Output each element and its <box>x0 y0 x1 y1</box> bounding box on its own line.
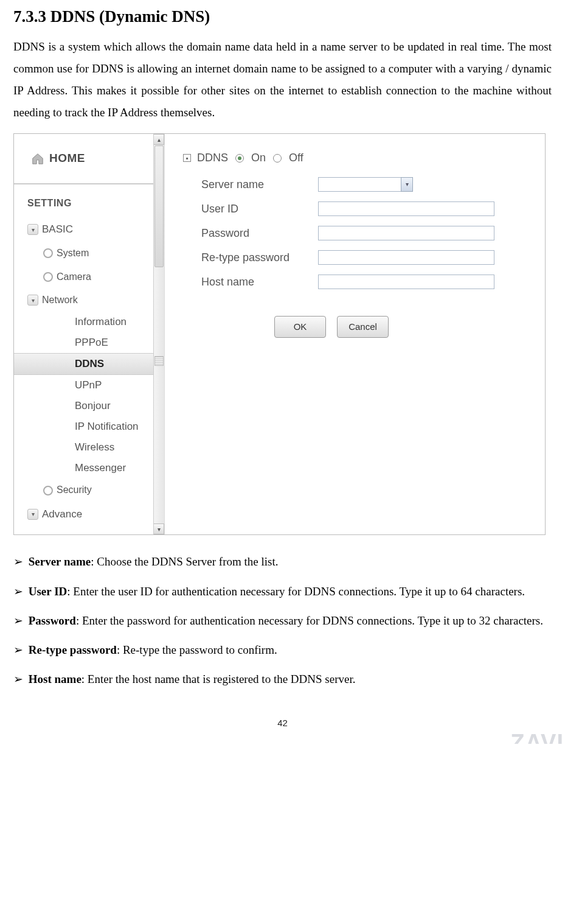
desc-term: User ID <box>29 585 68 598</box>
label-server-name: Server name <box>201 174 311 195</box>
page-number: 42 <box>13 715 552 732</box>
node-icon <box>43 248 53 258</box>
panel-title: DDNS <box>197 147 228 168</box>
nav-sub-bonjour[interactable]: Bonjour <box>14 396 153 416</box>
desc-body: : Enter the user ID for authentication n… <box>67 585 525 598</box>
setting-header: SETTING <box>14 184 164 217</box>
sidebar-scrollbar[interactable]: ▴ ▾ <box>153 134 164 534</box>
intro-paragraph: DDNS is a system which allows the domain… <box>13 36 552 124</box>
embedded-screenshot: HOME SETTING ▾ BASIC System Camera ▾ Net… <box>13 133 546 535</box>
cancel-button[interactable]: Cancel <box>337 316 389 338</box>
desc-server-name: ➢ Server name: Choose the DDNS Server fr… <box>13 551 552 573</box>
desc-term: Re-type password <box>29 643 117 656</box>
section-heading: 7.3.3 DDNS (Dynamic DNS) <box>13 6 552 27</box>
desc-user-id: ➢ User ID: Enter the user ID for authent… <box>13 581 552 603</box>
nav-sub-upnp[interactable]: UPnP <box>14 375 153 396</box>
desc-term: Host name <box>29 673 81 685</box>
nav-label: Security <box>57 481 92 499</box>
bullet-icon: ➢ <box>13 673 23 685</box>
row-retype-password: Re-type password <box>201 249 539 266</box>
nav-label: System <box>57 244 89 262</box>
desc-password: ➢ Password: Enter the password for authe… <box>13 610 552 632</box>
nav-label: Network <box>42 291 78 309</box>
chevron-down-icon[interactable]: ▾ <box>401 177 413 192</box>
scroll-grip-icon <box>154 356 164 366</box>
radio-off-label: Off <box>289 147 303 168</box>
server-name-select[interactable]: ▾ <box>318 177 413 192</box>
scroll-down-icon[interactable]: ▾ <box>154 523 164 534</box>
nav-sub-messenger[interactable]: Messenger <box>14 458 153 478</box>
nav-security[interactable]: Security <box>14 478 153 502</box>
bullet-icon: ➢ <box>13 643 23 656</box>
form-rows: Server name ▾ User ID Password Re-type p… <box>183 176 539 290</box>
desc-body: : Enter the password for authentication … <box>76 614 543 627</box>
desc-body: : Enter the host name that is registered… <box>81 673 356 685</box>
nav-label: Camera <box>57 268 91 286</box>
server-name-input[interactable] <box>318 177 401 192</box>
nav-camera[interactable]: Camera <box>14 265 153 289</box>
nav-basic[interactable]: ▾ BASIC <box>14 217 153 242</box>
content-pane: ▪ DDNS On Off Server name ▾ User ID Pass… <box>165 134 545 534</box>
nav-sub-pppoe[interactable]: PPPoE <box>14 332 153 353</box>
nav-sub-information[interactable]: Information <box>14 312 153 332</box>
nav-list: ▾ BASIC System Camera ▾ Network Informat… <box>14 217 153 527</box>
collapse-icon[interactable]: ▪ <box>183 154 191 162</box>
desc-host-name: ➢ Host name: Enter the host name that is… <box>13 668 552 690</box>
bullet-icon: ➢ <box>13 555 23 568</box>
row-password: Password <box>201 225 539 242</box>
label-retype-password: Re-type password <box>201 247 311 268</box>
desc-body: : Choose the DDNS Server from the list. <box>91 555 278 568</box>
user-id-input[interactable] <box>318 201 494 216</box>
desc-body: : Re-type the password to confirm. <box>117 643 277 656</box>
radio-on-label: On <box>251 147 266 168</box>
label-user-id: User ID <box>201 198 311 219</box>
password-input[interactable] <box>318 226 494 240</box>
desc-retype: ➢ Re-type password: Re-type the password… <box>13 639 552 661</box>
chevron-down-icon: ▾ <box>27 224 38 235</box>
bullet-icon: ➢ <box>13 585 23 598</box>
nav-label: BASIC <box>42 220 73 239</box>
nav-system[interactable]: System <box>14 242 153 265</box>
host-name-input[interactable] <box>318 275 494 289</box>
home-icon <box>31 152 44 166</box>
button-row: OK Cancel <box>274 316 539 338</box>
row-server-name: Server name ▾ <box>201 176 539 193</box>
description-list: ➢ Server name: Choose the DDNS Server fr… <box>13 551 552 690</box>
home-label: HOME <box>49 147 85 169</box>
radio-on[interactable] <box>235 154 244 163</box>
node-icon <box>43 272 53 282</box>
desc-term: Password <box>29 614 76 627</box>
nav-label: Advance <box>42 505 82 524</box>
home-row[interactable]: HOME <box>14 134 153 184</box>
ok-button[interactable]: OK <box>274 316 326 338</box>
row-user-id: User ID <box>201 200 539 217</box>
chevron-down-icon: ▾ <box>27 509 38 520</box>
nav-advance[interactable]: ▾ Advance <box>14 502 153 527</box>
nav-sub-ipnotification[interactable]: IP Notification <box>14 416 153 437</box>
label-host-name: Host name <box>201 271 311 292</box>
sidebar: HOME SETTING ▾ BASIC System Camera ▾ Net… <box>14 134 165 534</box>
ddns-toggle-row: ▪ DDNS On Off <box>183 147 539 168</box>
nav-sub-wireless[interactable]: Wireless <box>14 437 153 458</box>
nav-sub-ddns[interactable]: DDNS <box>14 353 153 375</box>
node-icon <box>43 486 53 495</box>
label-password: Password <box>201 223 311 243</box>
desc-term: Server name <box>29 555 91 568</box>
scroll-up-icon[interactable]: ▴ <box>154 134 164 145</box>
bullet-icon: ➢ <box>13 614 23 627</box>
retype-password-input[interactable] <box>318 250 494 265</box>
brand-watermark: ZAVI <box>510 721 564 744</box>
nav-network[interactable]: ▾ Network <box>14 289 153 312</box>
scroll-thumb[interactable] <box>154 145 164 267</box>
row-host-name: Host name <box>201 273 539 290</box>
chevron-down-icon: ▾ <box>27 295 38 306</box>
radio-off[interactable] <box>273 154 282 163</box>
